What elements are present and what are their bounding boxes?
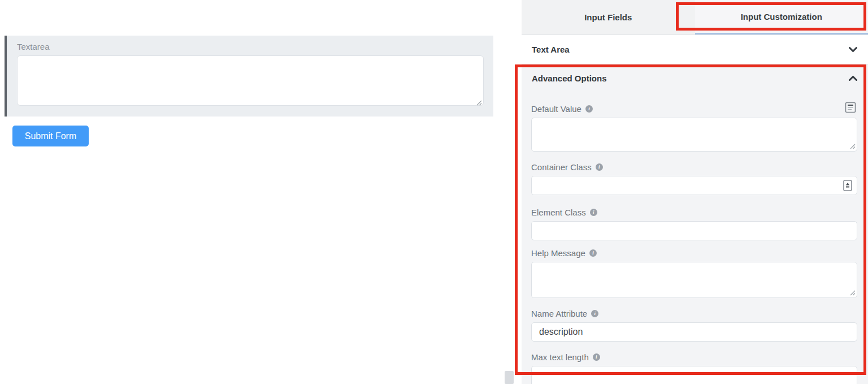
info-icon-glyph: i xyxy=(598,164,600,170)
tab-input-customization[interactable]: Input Customization xyxy=(695,0,868,34)
section-text-area-title: Text Area xyxy=(532,45,570,54)
field-default-value-label: Default Value xyxy=(531,104,581,114)
default-value-wrapper xyxy=(531,118,857,152)
help-message-wrapper xyxy=(531,262,857,298)
max-text-length-input[interactable] xyxy=(531,366,857,384)
field-help-message-label: Help Message xyxy=(531,248,585,258)
section-text-area[interactable]: Text Area xyxy=(522,35,868,64)
info-icon[interactable]: i xyxy=(591,310,598,317)
field-max-text-length: Max text length i xyxy=(531,351,857,384)
info-icon[interactable]: i xyxy=(593,353,600,361)
field-name-attribute-label: Name Attribute xyxy=(531,309,587,318)
field-element-class-label: Element Class xyxy=(531,208,586,217)
help-message-input[interactable] xyxy=(531,262,857,298)
info-icon[interactable]: i xyxy=(596,163,603,171)
container-class-wrapper xyxy=(531,172,857,195)
textarea-field-preview[interactable]: Textarea xyxy=(5,36,493,117)
info-icon-glyph: i xyxy=(588,106,590,111)
textarea-field-input[interactable] xyxy=(17,55,484,106)
section-advanced-options-header[interactable]: Advanced Options xyxy=(522,71,868,85)
chevron-down-icon xyxy=(848,46,858,53)
info-icon[interactable]: i xyxy=(585,105,593,113)
info-icon-glyph: i xyxy=(593,209,594,215)
notes-icon[interactable] xyxy=(845,102,856,113)
section-advanced-options: Advanced Options Default Value i xyxy=(522,64,868,384)
autofill-icon[interactable] xyxy=(843,180,852,191)
field-help-message: Help Message i xyxy=(531,247,857,298)
field-container-class: Container Class i xyxy=(531,161,857,195)
info-icon-glyph: i xyxy=(596,354,597,360)
tab-input-fields[interactable]: Input Fields xyxy=(522,0,695,34)
default-value-input[interactable] xyxy=(531,118,857,152)
page: Textarea Submit Form Input Fields Input … xyxy=(0,0,868,384)
field-max-text-length-label: Max text length xyxy=(531,352,589,362)
name-attribute-input[interactable] xyxy=(531,322,857,342)
panel-tabs: Input Fields Input Customization xyxy=(522,0,868,35)
field-element-class: Element Class i xyxy=(531,206,857,240)
textarea-wrapper xyxy=(17,55,484,108)
chevron-up-icon xyxy=(848,75,858,81)
submit-form-button[interactable]: Submit Form xyxy=(12,126,89,146)
section-advanced-options-title: Advanced Options xyxy=(532,74,607,83)
scrollbar-fragment xyxy=(505,371,514,384)
field-container-class-label: Container Class xyxy=(531,162,592,172)
field-name-attribute: Name Attribute i xyxy=(531,308,857,342)
info-icon[interactable]: i xyxy=(590,209,597,216)
info-icon-glyph: i xyxy=(594,310,596,316)
info-icon[interactable]: i xyxy=(589,249,597,257)
element-class-input[interactable] xyxy=(531,221,857,240)
field-default-value: Default Value i xyxy=(531,103,857,152)
info-icon-glyph: i xyxy=(592,250,594,256)
textarea-field-label: Textarea xyxy=(7,36,493,55)
container-class-input[interactable] xyxy=(531,176,857,195)
customization-panel: Input Fields Input Customization Text Ar… xyxy=(522,0,868,384)
